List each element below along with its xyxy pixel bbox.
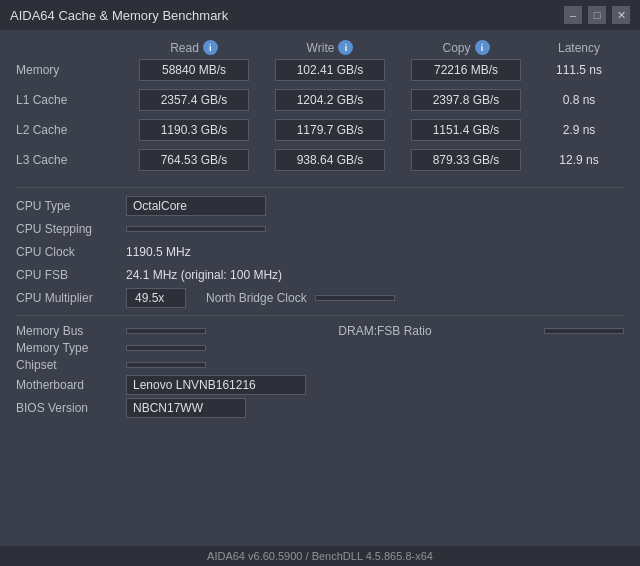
- cpu-multiplier-label: CPU Multiplier: [16, 291, 126, 305]
- l1-copy-value: 2397.8 GB/s: [411, 89, 521, 111]
- l3-read-cell: 764.53 GB/s: [126, 149, 262, 171]
- header-copy: Copy i: [398, 40, 534, 55]
- l3-write-cell: 938.64 GB/s: [262, 149, 398, 171]
- table-row-memory: Memory 58840 MB/s 102.41 GB/s 72216 MB/s…: [16, 59, 624, 81]
- section-divider: [16, 187, 624, 188]
- north-bridge-clock-label: North Bridge Clock: [206, 291, 307, 305]
- header-latency: Latency: [534, 41, 624, 55]
- l3-read-value: 764.53 GB/s: [139, 149, 249, 171]
- benchmark-table: Read i Write i Copy i Latency Memory 588…: [0, 30, 640, 183]
- l2-read-cell: 1190.3 GB/s: [126, 119, 262, 141]
- l1-latency-value: 0.8 ns: [538, 93, 620, 107]
- header-read: Read i: [126, 40, 262, 55]
- cpu-fsb-row: CPU FSB 24.1 MHz (original: 100 MHz): [16, 265, 624, 285]
- header-write: Write i: [262, 40, 398, 55]
- l3-latency-value: 12.9 ns: [538, 153, 620, 167]
- memory-copy-value: 72216 MB/s: [411, 59, 521, 81]
- memory-read-cell: 58840 MB/s: [126, 59, 262, 81]
- cpu-stepping-label: CPU Stepping: [16, 222, 126, 236]
- l2-write-cell: 1179.7 GB/s: [262, 119, 398, 141]
- minimize-button[interactable]: –: [564, 6, 582, 24]
- cpu-clock-value: 1190.5 MHz: [126, 243, 191, 261]
- memory-read-value: 58840 MB/s: [139, 59, 249, 81]
- chipset-row: Chipset: [16, 358, 624, 372]
- north-bridge-clock-value: [315, 295, 395, 301]
- l2-write-value: 1179.7 GB/s: [275, 119, 385, 141]
- info-section: CPU Type OctalCore CPU Stepping CPU Cloc…: [0, 196, 640, 311]
- cpu-multiplier-row: CPU Multiplier 49.5x North Bridge Clock: [16, 288, 624, 308]
- l2-copy-cell: 1151.4 GB/s: [398, 119, 534, 141]
- cpu-clock-label: CPU Clock: [16, 245, 126, 259]
- cpu-fsb-value: 24.1 MHz (original: 100 MHz): [126, 266, 282, 284]
- bios-version-label: BIOS Version: [16, 401, 126, 415]
- cpu-multiplier-value: 49.5x: [126, 288, 186, 308]
- cpu-type-label: CPU Type: [16, 199, 126, 213]
- memory-info-section: Memory Bus DRAM:FSB Ratio Memory Type Ch…: [0, 324, 640, 421]
- table-row-l1: L1 Cache 2357.4 GB/s 1204.2 GB/s 2397.8 …: [16, 89, 624, 111]
- content-area: Read i Write i Copy i Latency Memory 588…: [0, 30, 640, 546]
- l1-label: L1 Cache: [16, 93, 126, 107]
- copy-info-icon[interactable]: i: [475, 40, 490, 55]
- memory-type-value: [126, 345, 206, 351]
- cpu-stepping-row: CPU Stepping: [16, 219, 624, 239]
- l3-label: L3 Cache: [16, 153, 126, 167]
- l1-read-value: 2357.4 GB/s: [139, 89, 249, 111]
- memory-bus-label: Memory Bus: [16, 324, 126, 338]
- l3-copy-value: 879.33 GB/s: [411, 149, 521, 171]
- cpu-type-value: OctalCore: [126, 196, 266, 216]
- memory-label: Memory: [16, 63, 126, 77]
- l2-read-value: 1190.3 GB/s: [139, 119, 249, 141]
- bios-version-row: BIOS Version NBCN17WW: [16, 398, 624, 418]
- cpu-fsb-label: CPU FSB: [16, 268, 126, 282]
- memory-type-label: Memory Type: [16, 341, 126, 355]
- l1-write-cell: 1204.2 GB/s: [262, 89, 398, 111]
- table-header-row: Read i Write i Copy i Latency: [16, 40, 624, 55]
- read-info-icon[interactable]: i: [203, 40, 218, 55]
- motherboard-label: Motherboard: [16, 378, 126, 392]
- memory-copy-cell: 72216 MB/s: [398, 59, 534, 81]
- l3-latency-cell: 12.9 ns: [534, 153, 624, 167]
- memory-write-value: 102.41 GB/s: [275, 59, 385, 81]
- window-title: AIDA64 Cache & Memory Benchmark: [10, 8, 228, 23]
- maximize-button[interactable]: □: [588, 6, 606, 24]
- window-controls: – □ ✕: [564, 6, 630, 24]
- memory-latency-value: 111.5 ns: [538, 63, 620, 77]
- l1-read-cell: 2357.4 GB/s: [126, 89, 262, 111]
- chipset-label: Chipset: [16, 358, 126, 372]
- l2-latency-value: 2.9 ns: [538, 123, 620, 137]
- dram-fsb-ratio-label: DRAM:FSB Ratio: [226, 324, 544, 338]
- table-row-l2: L2 Cache 1190.3 GB/s 1179.7 GB/s 1151.4 …: [16, 119, 624, 141]
- memory-write-cell: 102.41 GB/s: [262, 59, 398, 81]
- bios-version-value: NBCN17WW: [126, 398, 246, 418]
- l3-write-value: 938.64 GB/s: [275, 149, 385, 171]
- main-window: AIDA64 Cache & Memory Benchmark – □ ✕ Re…: [0, 0, 640, 566]
- l1-latency-cell: 0.8 ns: [534, 93, 624, 107]
- section-divider-2: [16, 315, 624, 316]
- l2-copy-value: 1151.4 GB/s: [411, 119, 521, 141]
- memory-bus-value: [126, 328, 206, 334]
- motherboard-value: Lenovo LNVNB161216: [126, 375, 306, 395]
- cpu-clock-row: CPU Clock 1190.5 MHz: [16, 242, 624, 262]
- dram-fsb-value: [544, 328, 624, 334]
- l2-label: L2 Cache: [16, 123, 126, 137]
- l1-write-value: 1204.2 GB/s: [275, 89, 385, 111]
- title-bar: AIDA64 Cache & Memory Benchmark – □ ✕: [0, 0, 640, 30]
- table-row-l3: L3 Cache 764.53 GB/s 938.64 GB/s 879.33 …: [16, 149, 624, 171]
- write-info-icon[interactable]: i: [338, 40, 353, 55]
- memory-bus-row: Memory Bus DRAM:FSB Ratio: [16, 324, 624, 338]
- motherboard-row: Motherboard Lenovo LNVNB161216: [16, 375, 624, 395]
- memory-type-row: Memory Type: [16, 341, 624, 355]
- close-button[interactable]: ✕: [612, 6, 630, 24]
- status-bar: AIDA64 v6.60.5900 / BenchDLL 4.5.865.8-x…: [0, 546, 640, 566]
- l1-copy-cell: 2397.8 GB/s: [398, 89, 534, 111]
- l2-latency-cell: 2.9 ns: [534, 123, 624, 137]
- cpu-stepping-value: [126, 226, 266, 232]
- chipset-value: [126, 362, 206, 368]
- cpu-type-row: CPU Type OctalCore: [16, 196, 624, 216]
- memory-latency-cell: 111.5 ns: [534, 63, 624, 77]
- l3-copy-cell: 879.33 GB/s: [398, 149, 534, 171]
